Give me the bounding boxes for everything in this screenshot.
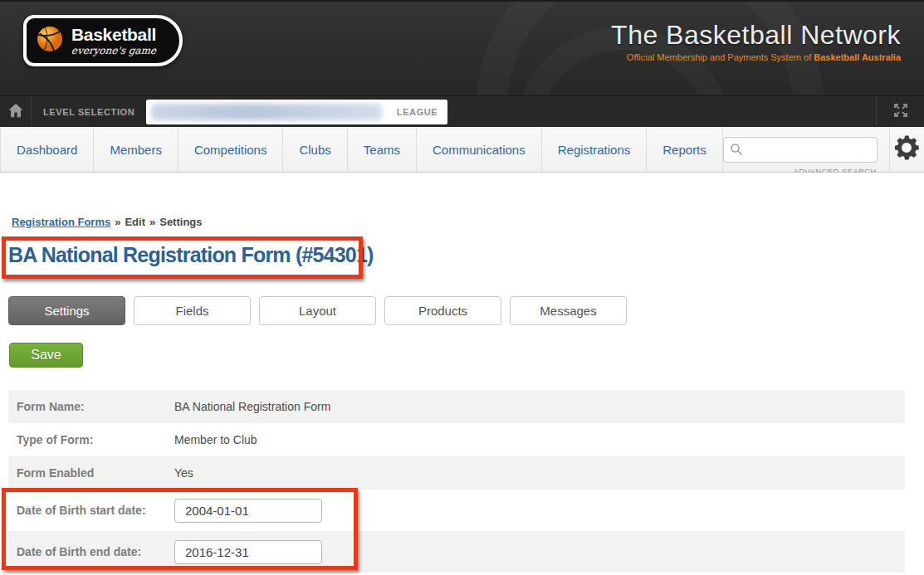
level-selection-bar: LEVEL SELECTION LEAGUE — [0, 95, 924, 127]
breadcrumb-step-edit: Edit — [125, 216, 145, 228]
tab-settings[interactable]: Settings — [8, 296, 125, 325]
form-row-label: Date of Birth start date: — [8, 504, 174, 517]
form-row-enabled: Form Enabled Yes — [8, 456, 905, 490]
tab-messages[interactable]: Messages — [510, 296, 627, 325]
form-row-value: Member to Club — [174, 433, 257, 446]
form-row-name: Form Name: BA National Registration Form — [8, 390, 905, 423]
breadcrumb: Registration Forms»Edit»Settings — [12, 216, 203, 228]
save-button[interactable]: Save — [9, 343, 83, 368]
breadcrumb-separator: » — [149, 216, 155, 228]
expand-icon — [892, 102, 909, 122]
nav-item-clubs[interactable]: Clubs — [283, 127, 347, 172]
search-icon — [730, 143, 743, 159]
nav-item-members[interactable]: Members — [94, 127, 178, 172]
level-selector[interactable]: LEAGUE — [146, 100, 447, 124]
tab-products[interactable]: Products — [384, 296, 501, 325]
network-branding: The Basketball Network Official Membersh… — [611, 20, 901, 62]
tab-fields[interactable]: Fields — [134, 296, 251, 325]
settings-form: Form Name: BA National Registration Form… — [8, 390, 905, 573]
form-row-dob-end: Date of Birth end date: — [8, 531, 905, 573]
breadcrumb-step-settings: Settings — [159, 216, 202, 228]
network-title: The Basketball Network — [611, 20, 901, 51]
basketball-icon — [35, 24, 65, 57]
logo-title: Basketball — [71, 26, 156, 43]
nav-item-teams[interactable]: Teams — [348, 127, 417, 172]
masthead: Basketball everyone's game The Basketbal… — [0, 0, 924, 95]
level-name-redacted-text — [151, 104, 382, 120]
nav-item-communications[interactable]: Communications — [417, 127, 542, 172]
home-icon — [7, 101, 25, 123]
nav-item-competitions[interactable]: Competitions — [178, 127, 284, 172]
nav-item-reports[interactable]: Reports — [647, 127, 723, 172]
breadcrumb-link-registration-forms[interactable]: Registration Forms — [12, 216, 110, 228]
form-row-label: Form Name: — [8, 400, 174, 413]
tab-layout[interactable]: Layout — [259, 296, 376, 325]
nav-item-registrations[interactable]: Registrations — [542, 127, 648, 172]
dob-start-date-input[interactable] — [174, 499, 322, 523]
form-row-dob-start: Date of Birth start date: — [8, 490, 905, 531]
level-type-badge: LEAGUE — [387, 107, 447, 117]
nav-item-dashboard[interactable]: Dashboard — [0, 127, 94, 172]
form-row-label: Form Enabled — [8, 466, 174, 480]
logo-tagline: everyone's game — [71, 46, 156, 56]
form-row-label: Date of Birth end date: — [8, 545, 174, 558]
search-area: ADVANCED SEARCH — [723, 137, 878, 163]
network-subtitle: Official Membership and Payments System … — [611, 52, 901, 62]
form-row-value: Yes — [174, 466, 193, 480]
dob-end-date-input[interactable] — [174, 540, 322, 564]
fullscreen-toggle[interactable] — [876, 96, 924, 127]
basketball-australia-logo[interactable]: Basketball everyone's game — [23, 15, 183, 66]
form-row-label: Type of Form: — [8, 433, 174, 446]
home-button[interactable] — [0, 96, 32, 127]
form-row-value: BA National Registration Form — [174, 400, 330, 413]
settings-gear-button[interactable] — [889, 127, 924, 172]
page-content: Registration Forms»Edit»Settings BA Nati… — [0, 173, 924, 575]
breadcrumb-separator: » — [115, 216, 120, 228]
page-title: BA National Registration Form (#54301) — [8, 243, 374, 267]
logo-text: Basketball everyone's game — [71, 26, 156, 56]
level-selection-label: LEVEL SELECTION — [43, 107, 134, 117]
form-row-type: Type of Form: Member to Club — [8, 423, 905, 456]
gear-icon — [891, 132, 922, 167]
search-input[interactable] — [723, 137, 878, 163]
main-nav: Dashboard Members Competitions Clubs Tea… — [0, 127, 924, 173]
form-tabs: Settings Fields Layout Products Messages — [8, 296, 635, 325]
